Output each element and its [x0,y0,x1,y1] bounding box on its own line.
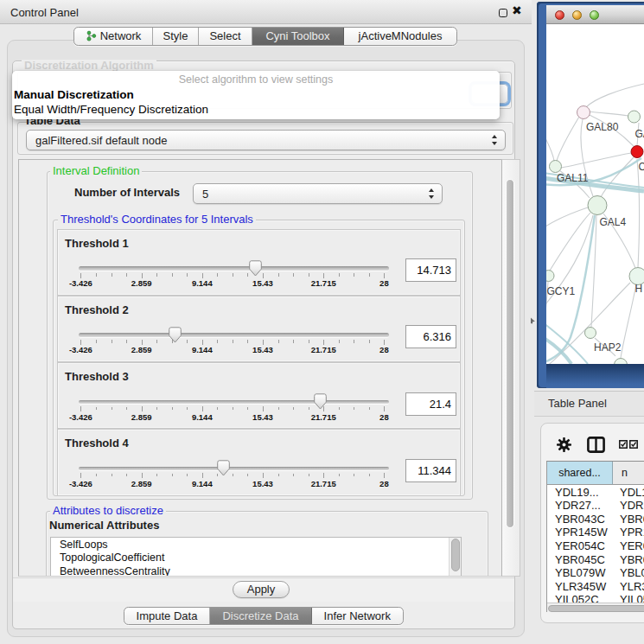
slider-thumb[interactable] [217,460,230,476]
table-row[interactable]: YBR045CYBR04 [547,553,644,567]
slider-thumb[interactable] [249,260,262,277]
apply-button[interactable]: Apply [233,581,290,598]
zoom-traffic-icon[interactable] [590,10,599,20]
table-row[interactable]: YIL052CYIL05 [547,593,644,603]
columns-icon[interactable] [587,437,605,453]
table-data-combo-value: galFiltered.sif default node [35,134,167,147]
slider-thumb[interactable] [169,327,182,343]
network-view-canvas[interactable]: GAL80GACGAL11GAL4GCY1HHAP2 [546,24,644,364]
numerical-attributes-list[interactable]: SelfLoopsTopologicalCoefficientBetweenne… [50,537,462,577]
network-edge[interactable] [586,84,644,107]
slider-minor-tick [247,340,248,343]
slider-minor-tick [172,407,173,411]
network-node-ga[interactable] [628,111,641,123]
slider-major-tick [263,473,264,478]
slider-minor-tick [112,407,112,411]
close-traffic-icon[interactable] [555,10,564,20]
close-icon[interactable]: ✖ [512,3,522,17]
slider-minor-tick [233,340,233,343]
network-node-gal11[interactable] [550,161,562,173]
table-data-combo[interactable]: galFiltered.sif default node [26,130,506,150]
threshold-row-3: Threshold 3-3.4262.8599.14415.4321.71528… [57,362,461,429]
slider-tick-label: -3.426 [69,412,92,422]
slider-minor-tick [369,407,370,411]
slider-track[interactable] [79,333,389,337]
attribute-item[interactable]: SelfLoops [51,539,461,552]
tab-style[interactable]: Style [153,28,199,46]
slider-tick-label: 9.144 [192,345,213,354]
slider-major-tick [80,340,81,345]
minimize-traffic-icon[interactable] [572,10,582,20]
slider-tick-label: 21.715 [311,479,336,488]
network-edge[interactable] [637,159,640,267]
tab-select[interactable]: Select [199,28,252,46]
network-edge[interactable] [621,284,636,358]
network-node-label: H [635,283,643,295]
slider-minor-tick [217,273,218,277]
network-edge[interactable] [589,112,628,116]
table-row[interactable]: YBR043CYBR04 [547,513,644,526]
table-horizontal-scrollbar[interactable] [547,603,644,612]
number-of-intervals-combo[interactable]: 5 [193,183,443,204]
table-cell-name: YDL19 [620,486,644,500]
attribute-item[interactable]: TopologicalCoefficient [51,552,461,564]
bottom-tab-discretize-data[interactable]: Discretize Data [210,608,312,624]
tab-cyni-toolbox[interactable]: Cyni Toolbox [252,28,344,46]
table-column-header[interactable]: shared... [547,462,613,485]
network-frame-bottom [546,364,644,388]
network-node-gal80[interactable] [577,106,590,119]
slider-major-tick [80,473,81,478]
network-node-gal4[interactable] [588,196,607,215]
table-column-header[interactable]: n [613,462,644,485]
network-edge[interactable] [546,138,555,161]
slider-minor-tick [217,407,218,411]
table-row[interactable]: YDR27...YDR27 [547,499,644,513]
threshold-value-field[interactable]: 6.316 [405,325,456,348]
table-cell-name: YBR04 [620,513,644,526]
popup-item-equal-width[interactable]: Equal Width/Frequency Discretization [12,102,500,117]
table-cell-shared-name: YBL079W [555,566,606,580]
network-node-gcy1[interactable] [546,271,555,282]
table-hscrollbar-thumb[interactable] [548,605,644,612]
attribute-item[interactable]: BetweennessCentrality [51,565,461,577]
slider-minor-tick [369,474,370,477]
checkbox-icon[interactable] [619,440,628,449]
table-row[interactable]: YER054CYER05 [547,539,644,553]
threshold-label: Threshold 4 [65,437,129,450]
slider-thumb[interactable] [314,393,327,410]
network-node-hap2[interactable] [585,328,596,339]
slider-track[interactable] [79,266,389,271]
settings-vertical-scrollbar[interactable] [501,159,520,577]
table-cell-name: YDR27 [620,499,644,513]
float-window-icon[interactable] [499,9,507,17]
popup-prompt-item[interactable]: Select algorithm to view settings [12,73,500,87]
table-cell-shared-name: YDR27... [555,499,601,513]
bottom-tab-impute-data[interactable]: Impute Data [124,608,210,624]
table-row[interactable]: YPR145WYPR14 [547,526,644,539]
slider-minor-tick [112,474,112,477]
network-edge[interactable] [561,153,631,168]
threshold-value-field[interactable]: 11.344 [405,459,456,482]
checkbox-icon[interactable] [629,440,638,449]
tab-jactivemnodules[interactable]: jActiveMNodules [344,28,456,46]
slider-tick-label: 2.859 [131,479,152,488]
table-row[interactable]: YBL079WYBL07 [547,566,644,580]
control-panel-tabs: NetworkStyleSelectCyni ToolboxjActiveMNo… [73,27,457,47]
slider-major-tick [384,473,385,478]
popup-item-manual[interactable]: Manual Discretization [12,87,500,102]
slider-track[interactable] [79,400,389,405]
tab-network[interactable]: Network [74,28,153,46]
bottom-tab-infer-network[interactable]: Infer Network [312,608,403,624]
threshold-value-field[interactable]: 14.713 [405,258,456,282]
table-row[interactable]: YLR345WYLR34 [547,580,644,594]
network-node-c[interactable] [631,146,643,158]
slider-minor-tick [339,407,340,411]
settings-scrollbar-thumb[interactable] [506,179,514,528]
network-edge[interactable] [557,117,579,161]
slider-track[interactable] [79,467,389,471]
slider-minor-tick [293,407,294,411]
table-row[interactable]: YDL19...YDL19 [547,486,644,500]
gear-icon[interactable] [557,437,571,452]
threshold-value-field[interactable]: 21.4 [405,392,456,416]
bottom-tab-label: Discretize Data [222,609,298,622]
